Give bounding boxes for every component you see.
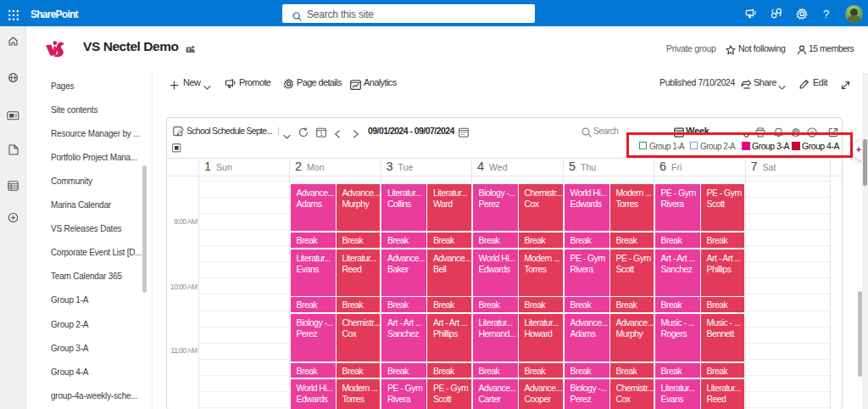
- svg-text:1: 1: [320, 131, 323, 137]
